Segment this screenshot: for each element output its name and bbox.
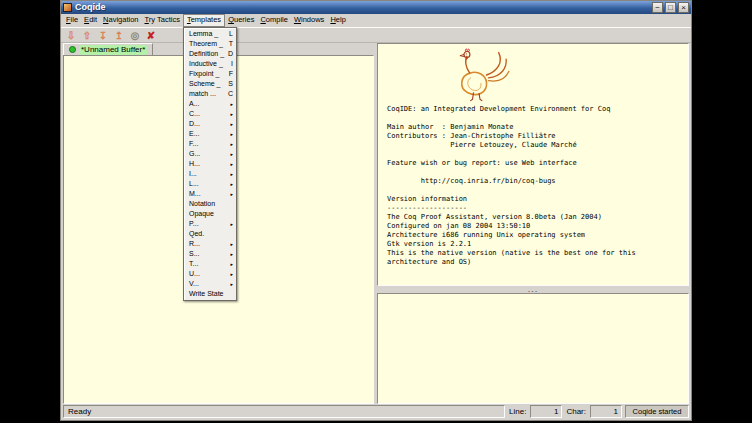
submenu-arrow-icon: ▸ bbox=[230, 179, 233, 189]
menu-item[interactable]: S... ▸ bbox=[184, 249, 236, 259]
app-icon bbox=[63, 3, 72, 12]
menu-item-label: E... bbox=[189, 129, 224, 139]
pane-splitter[interactable]: ... bbox=[377, 286, 689, 293]
menu-item-shortcut: S bbox=[228, 79, 233, 89]
menu-item-label: Fixpoint _ bbox=[189, 69, 226, 79]
toolbar-icon: ↧ bbox=[99, 29, 107, 42]
menu-item-label: U... bbox=[189, 269, 224, 279]
toolbar-button[interactable]: ⇩ bbox=[64, 29, 78, 42]
submenu-arrow-icon: ▸ bbox=[230, 159, 233, 169]
window-control-button[interactable]: □ bbox=[665, 2, 676, 13]
menubar-item[interactable]: Try Tactics bbox=[142, 14, 183, 27]
menu-item[interactable]: Inductive _ I ▸ bbox=[184, 59, 236, 69]
submenu-arrow-icon: ▸ bbox=[230, 189, 233, 199]
toolbar-button[interactable]: ◎ bbox=[128, 29, 142, 42]
menu-item-label: Inductive _ bbox=[189, 59, 228, 69]
menu-item[interactable]: Theorem _ T ▸ bbox=[184, 39, 236, 49]
menu-item[interactable]: Lemma _ L ▸ bbox=[184, 29, 236, 39]
window-control-button[interactable]: × bbox=[678, 2, 689, 13]
menu-item[interactable]: E... ▸ bbox=[184, 129, 236, 139]
menu-item[interactable]: Opaque ▸ bbox=[184, 209, 236, 219]
menu-item[interactable]: V... ▸ bbox=[184, 279, 236, 289]
menu-item-label: Scheme _ bbox=[189, 79, 225, 89]
menu-item-shortcut: C bbox=[228, 89, 233, 99]
menubar-item[interactable]: Compile bbox=[257, 14, 291, 27]
submenu-arrow-icon: ▸ bbox=[230, 259, 233, 269]
tab-unnamed-buffer[interactable]: *Unnamed Buffer* bbox=[63, 43, 153, 55]
message-panel[interactable]: CoqIDE: an Integrated Development Enviro… bbox=[377, 43, 689, 286]
menubar-item[interactable]: Edit bbox=[81, 14, 100, 27]
menu-item-label: Theorem _ bbox=[189, 39, 226, 49]
menu-item[interactable]: F... ▸ bbox=[184, 139, 236, 149]
menu-item-shortcut: D bbox=[228, 49, 233, 59]
menu-item[interactable]: C... ▸ bbox=[184, 109, 236, 119]
right-paned: CoqIDE: an Integrated Development Enviro… bbox=[377, 43, 689, 404]
menubar-item[interactable]: Queries bbox=[225, 14, 257, 27]
menu-item-label: R... bbox=[189, 239, 224, 249]
splitter-grip-icon: ... bbox=[528, 288, 539, 291]
menu-item[interactable]: match ... C ▸ bbox=[184, 89, 236, 99]
menu-item-label: H... bbox=[189, 159, 224, 169]
menu-item-label: Definition _ bbox=[189, 49, 225, 59]
menubar: File Edit Navigation Try Tactics Templat… bbox=[61, 14, 691, 27]
window-controls: − □ × bbox=[652, 2, 689, 13]
menu-item[interactable]: Qed. ▸ bbox=[184, 229, 236, 239]
submenu-arrow-icon: ▸ bbox=[230, 219, 233, 229]
menu-item-label: A... bbox=[189, 99, 224, 109]
submenu-arrow-icon: ▸ bbox=[230, 139, 233, 149]
toolbar-button[interactable]: ↧ bbox=[96, 29, 110, 42]
menu-item-label: T... bbox=[189, 259, 224, 269]
menu-item[interactable]: P... ▸ bbox=[184, 219, 236, 229]
menu-item-label: Qed. bbox=[189, 229, 230, 239]
toolbar-button[interactable]: ↥ bbox=[112, 29, 126, 42]
toolbar-button[interactable]: ✘ bbox=[144, 29, 158, 42]
menubar-item[interactable]: Navigation bbox=[100, 14, 141, 27]
desktop-background: Coqide − □ × File bbox=[0, 0, 752, 423]
menubar-item[interactable]: File bbox=[63, 14, 81, 27]
line-value: 1 bbox=[530, 405, 562, 418]
menu-item[interactable]: Fixpoint _ F ▸ bbox=[184, 69, 236, 79]
menu-item[interactable]: H... ▸ bbox=[184, 159, 236, 169]
menu-item-label: match ... bbox=[189, 89, 225, 99]
menu-item[interactable]: Write State ▸ bbox=[184, 289, 236, 299]
menu-item-label: V... bbox=[189, 279, 224, 289]
window-control-icon: × bbox=[681, 3, 686, 12]
submenu-arrow-icon: ▸ bbox=[230, 149, 233, 159]
window-control-button[interactable]: − bbox=[652, 2, 663, 13]
menubar-item[interactable]: Help bbox=[327, 14, 348, 27]
menu-item[interactable]: I... ▸ bbox=[184, 169, 236, 179]
menu-item-label: D... bbox=[189, 119, 224, 129]
menu-item[interactable]: T... ▸ bbox=[184, 259, 236, 269]
goal-panel[interactable] bbox=[377, 293, 689, 404]
menu-item[interactable]: G... ▸ bbox=[184, 149, 236, 159]
toolbar-button[interactable]: ⇧ bbox=[80, 29, 94, 42]
menu-item-shortcut: F bbox=[229, 69, 233, 79]
menu-item[interactable]: Definition _ D ▸ bbox=[184, 49, 236, 59]
startup-status: Coqide started bbox=[625, 405, 689, 418]
submenu-arrow-icon: ▸ bbox=[230, 129, 233, 139]
logo-area bbox=[378, 44, 688, 103]
menu-item[interactable]: M... ▸ bbox=[184, 189, 236, 199]
menu-item[interactable]: D... ▸ bbox=[184, 119, 236, 129]
submenu-arrow-icon: ▸ bbox=[230, 239, 233, 249]
menu-item[interactable]: Notation ▸ bbox=[184, 199, 236, 209]
menu-item-shortcut: L bbox=[229, 29, 233, 39]
templates-menu: Lemma _ L ▸ Theorem _ T ▸ Definition _ D… bbox=[183, 27, 237, 301]
menubar-item[interactable]: Templates bbox=[183, 14, 225, 27]
submenu-arrow-icon: ▸ bbox=[230, 99, 233, 109]
menu-item[interactable]: U... ▸ bbox=[184, 269, 236, 279]
menu-item[interactable]: A... ▸ bbox=[184, 99, 236, 109]
titlebar[interactable]: Coqide − □ × bbox=[61, 1, 691, 14]
coq-rooster-logo bbox=[446, 47, 514, 103]
menu-item-label: Opaque bbox=[189, 209, 230, 219]
main-area: *Unnamed Buffer* bbox=[61, 43, 691, 404]
menu-item[interactable]: R... ▸ bbox=[184, 239, 236, 249]
menu-item-label: P... bbox=[189, 219, 224, 229]
menu-item[interactable]: Scheme _ S ▸ bbox=[184, 79, 236, 89]
welcome-text: CoqIDE: an Integrated Development Enviro… bbox=[378, 103, 688, 267]
menu-item-label: C... bbox=[189, 109, 224, 119]
submenu-arrow-icon: ▸ bbox=[230, 119, 233, 129]
menubar-item[interactable]: Windows bbox=[291, 14, 327, 27]
menu-item[interactable]: L... ▸ bbox=[184, 179, 236, 189]
toolbar-icon: ◎ bbox=[131, 29, 140, 42]
